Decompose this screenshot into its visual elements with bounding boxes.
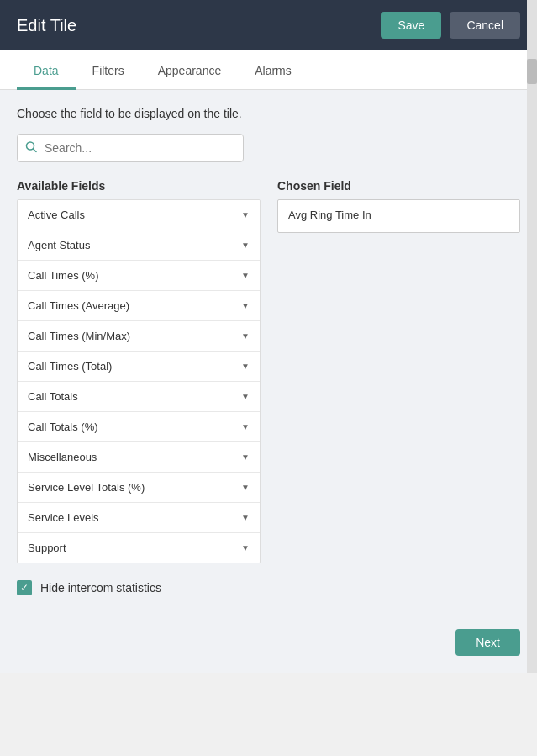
field-label: Call Times (Average)	[28, 299, 129, 312]
scrollbar-track	[527, 0, 537, 673]
list-item[interactable]: Call Times (Total) ▼	[18, 352, 260, 382]
list-item[interactable]: Service Levels ▼	[18, 503, 260, 533]
chevron-down-icon: ▼	[241, 301, 250, 310]
chevron-down-icon: ▼	[241, 483, 250, 492]
chevron-down-icon: ▼	[241, 543, 250, 552]
chosen-field-value: Avg Ring Time In	[277, 199, 520, 233]
field-label: Active Calls	[28, 209, 85, 221]
scrollbar-thumb[interactable]	[527, 59, 537, 84]
list-item[interactable]: Call Totals (%) ▼	[18, 412, 260, 442]
content-area: Choose the field to be displayed on the …	[0, 90, 537, 612]
chevron-down-icon: ▼	[241, 271, 250, 280]
chevron-down-icon: ▼	[241, 241, 250, 250]
tabs-bar: Data Filters Appearance Alarms	[0, 50, 537, 90]
chevron-down-icon: ▼	[241, 331, 250, 341]
hide-intercom-checkbox[interactable]: ✓	[17, 580, 32, 595]
chevron-down-icon: ▼	[241, 210, 250, 219]
field-label: Service Level Totals (%)	[28, 481, 145, 494]
field-label: Call Times (Min/Max)	[28, 330, 130, 342]
chevron-down-icon: ▼	[241, 513, 250, 522]
field-label: Call Totals	[28, 390, 78, 403]
chevron-down-icon: ▼	[241, 422, 250, 431]
list-item[interactable]: Call Times (Average) ▼	[18, 291, 260, 321]
bottom-bar: Next	[0, 612, 537, 673]
tab-data[interactable]: Data	[17, 50, 76, 90]
checkmark-icon: ✓	[20, 582, 29, 594]
chevron-down-icon: ▼	[241, 362, 250, 371]
chevron-down-icon: ▼	[241, 452, 250, 462]
search-container	[17, 134, 244, 162]
field-label: Service Levels	[28, 511, 99, 524]
checkbox-row: ✓ Hide intercom statistics	[17, 580, 520, 595]
list-item[interactable]: Service Level Totals (%) ▼	[18, 473, 260, 503]
list-item[interactable]: Miscellaneous ▼	[18, 442, 260, 473]
search-input[interactable]	[17, 134, 244, 162]
chevron-down-icon: ▼	[241, 392, 250, 401]
list-item[interactable]: Active Calls ▼	[18, 200, 260, 230]
list-item[interactable]: Support ▼	[18, 533, 260, 563]
field-label: Call Totals (%)	[28, 420, 98, 433]
field-list: Active Calls ▼ Agent Status ▼ Call Times…	[17, 199, 261, 563]
list-item[interactable]: Agent Status ▼	[18, 230, 260, 261]
list-item[interactable]: Call Times (Min/Max) ▼	[18, 321, 260, 352]
header-buttons: Save Cancel	[381, 12, 520, 39]
page-title: Edit Tile	[17, 16, 76, 35]
field-label: Miscellaneous	[28, 451, 97, 463]
field-label: Support	[28, 542, 66, 554]
tab-appearance[interactable]: Appearance	[141, 50, 239, 90]
available-fields-panel: Available Fields Active Calls ▼ Agent St…	[17, 179, 261, 563]
chosen-field-panel: Chosen Field Avg Ring Time In	[277, 179, 520, 563]
available-fields-title: Available Fields	[17, 179, 261, 193]
main-content: Data Filters Appearance Alarms Choose th…	[0, 50, 537, 673]
search-icon	[25, 141, 37, 156]
header: Edit Tile Save Cancel	[0, 0, 537, 50]
chosen-field-title: Chosen Field	[277, 179, 520, 193]
description-text: Choose the field to be displayed on the …	[17, 107, 520, 120]
svg-line-1	[34, 149, 37, 152]
fields-layout: Available Fields Active Calls ▼ Agent St…	[17, 179, 520, 563]
field-label: Agent Status	[28, 239, 90, 251]
field-label: Call Times (Total)	[28, 360, 112, 373]
field-label: Call Times (%)	[28, 269, 99, 282]
cancel-button[interactable]: Cancel	[450, 12, 520, 39]
checkbox-label: Hide intercom statistics	[40, 581, 161, 595]
tab-alarms[interactable]: Alarms	[238, 50, 308, 90]
list-item[interactable]: Call Totals ▼	[18, 382, 260, 412]
next-button[interactable]: Next	[455, 629, 520, 656]
list-item[interactable]: Call Times (%) ▼	[18, 261, 260, 291]
tab-filters[interactable]: Filters	[76, 50, 141, 90]
save-button[interactable]: Save	[381, 12, 441, 39]
